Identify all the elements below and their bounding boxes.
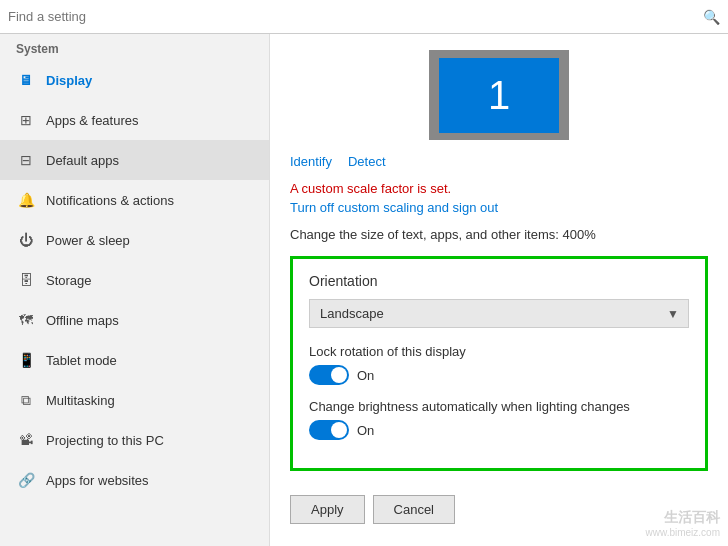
monitor-box: 1	[429, 50, 569, 140]
identify-link[interactable]: Identify	[290, 154, 332, 169]
brightness-toggle-label: On	[357, 423, 374, 438]
monitor-number: 1	[488, 73, 510, 118]
sidebar-label-power-sleep: Power & sleep	[46, 233, 130, 248]
apps-websites-icon: 🔗	[16, 470, 36, 490]
multitasking-icon: ⧉	[16, 390, 36, 410]
notifications-icon: 🔔	[16, 190, 36, 210]
power-icon: ⏻	[16, 230, 36, 250]
sidebar-section-label: System	[0, 34, 269, 60]
search-icon: 🔍	[703, 9, 720, 25]
lock-rotation-label: Lock rotation of this display	[309, 344, 689, 359]
brightness-row: On	[309, 420, 689, 440]
warning-link[interactable]: Turn off custom scaling and sign out	[290, 200, 708, 215]
sidebar-label-display: Display	[46, 73, 92, 88]
sidebar-label-apps-websites: Apps for websites	[46, 473, 149, 488]
search-bar: 🔍	[0, 0, 728, 34]
monitor-screen: 1	[439, 58, 559, 133]
watermark-url: www.bimeiz.com	[646, 527, 720, 538]
sidebar-item-apps-features[interactable]: ⊞ Apps & features	[0, 100, 269, 140]
brightness-section: Change brightness automatically when lig…	[309, 399, 689, 440]
sidebar-item-notifications[interactable]: 🔔 Notifications & actions	[0, 180, 269, 220]
sidebar-label-tablet-mode: Tablet mode	[46, 353, 117, 368]
bottom-bar: Apply Cancel	[290, 487, 708, 524]
lock-rotation-toggle-label: On	[357, 368, 374, 383]
content-area: 1 Identify Detect A custom scale factor …	[270, 34, 728, 546]
size-text: Change the size of text, apps, and other…	[290, 227, 708, 242]
lock-rotation-toggle[interactable]	[309, 365, 349, 385]
sidebar-label-default-apps: Default apps	[46, 153, 119, 168]
lock-rotation-section: Lock rotation of this display On	[309, 344, 689, 385]
orientation-dropdown[interactable]: Landscape Portrait Landscape (flipped) P…	[309, 299, 689, 328]
sidebar-item-storage[interactable]: 🗄 Storage	[0, 260, 269, 300]
sidebar-item-offline-maps[interactable]: 🗺 Offline maps	[0, 300, 269, 340]
display-icon: 🖥	[16, 70, 36, 90]
sidebar-label-notifications: Notifications & actions	[46, 193, 174, 208]
sidebar: System 🖥 Display ⊞ Apps & features ⊟ Def…	[0, 34, 270, 546]
sidebar-label-projecting: Projecting to this PC	[46, 433, 164, 448]
brightness-label: Change brightness automatically when lig…	[309, 399, 689, 414]
sidebar-item-multitasking[interactable]: ⧉ Multitasking	[0, 380, 269, 420]
sidebar-label-apps-features: Apps & features	[46, 113, 139, 128]
action-links: Identify Detect	[290, 154, 708, 169]
orientation-box: Orientation Landscape Portrait Landscape…	[290, 256, 708, 471]
projecting-icon: 📽	[16, 430, 36, 450]
sidebar-item-tablet-mode[interactable]: 📱 Tablet mode	[0, 340, 269, 380]
search-input[interactable]	[8, 9, 703, 24]
tablet-mode-icon: 📱	[16, 350, 36, 370]
detect-link[interactable]: Detect	[348, 154, 386, 169]
sidebar-label-storage: Storage	[46, 273, 92, 288]
offline-maps-icon: 🗺	[16, 310, 36, 330]
cancel-button[interactable]: Cancel	[373, 495, 455, 524]
apps-features-icon: ⊞	[16, 110, 36, 130]
main-container: System 🖥 Display ⊞ Apps & features ⊟ Def…	[0, 34, 728, 546]
brightness-toggle[interactable]	[309, 420, 349, 440]
sidebar-item-default-apps[interactable]: ⊟ Default apps	[0, 140, 269, 180]
orientation-dropdown-wrapper: Landscape Portrait Landscape (flipped) P…	[309, 299, 689, 328]
sidebar-label-multitasking: Multitasking	[46, 393, 115, 408]
sidebar-item-power-sleep[interactable]: ⏻ Power & sleep	[0, 220, 269, 260]
default-apps-icon: ⊟	[16, 150, 36, 170]
monitor-container: 1	[290, 50, 708, 140]
apply-button[interactable]: Apply	[290, 495, 365, 524]
lock-rotation-row: On	[309, 365, 689, 385]
orientation-label: Orientation	[309, 273, 689, 289]
storage-icon: 🗄	[16, 270, 36, 290]
warning-line1: A custom scale factor is set.	[290, 181, 708, 196]
sidebar-item-apps-websites[interactable]: 🔗 Apps for websites	[0, 460, 269, 500]
sidebar-item-display[interactable]: 🖥 Display	[0, 60, 269, 100]
sidebar-item-projecting[interactable]: 📽 Projecting to this PC	[0, 420, 269, 460]
sidebar-label-offline-maps: Offline maps	[46, 313, 119, 328]
